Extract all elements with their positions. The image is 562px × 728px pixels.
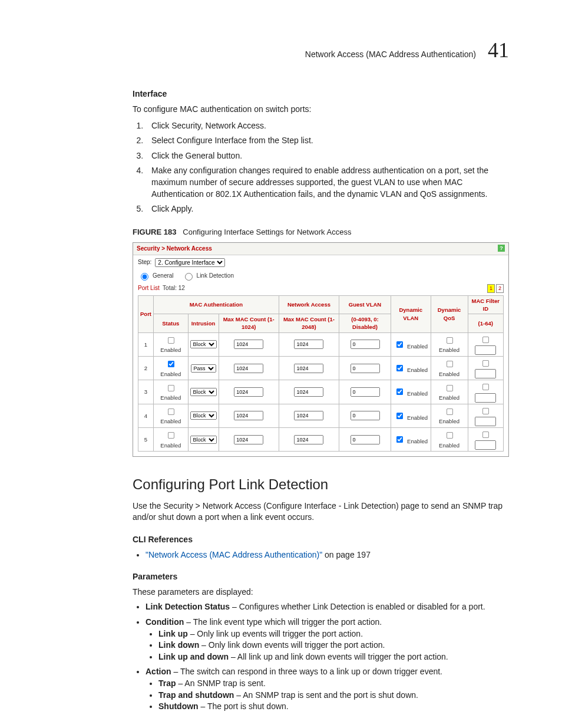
intrusion-select[interactable]: Block	[190, 388, 217, 396]
cell-dynvlan: Enabled	[391, 357, 431, 380]
status-checkbox[interactable]	[168, 409, 174, 415]
maxmac-input[interactable]	[234, 435, 263, 444]
params-list: Link Detection Status – Configures wheth…	[133, 601, 509, 712]
port-table-body: 1 EnabledBlock Enabled Enabled 2 Enabled…	[138, 332, 504, 451]
pager-1[interactable]: 1	[487, 284, 495, 293]
param-desc: – The switch can respond in three ways t…	[171, 667, 442, 676]
cell-guest	[339, 427, 391, 451]
dynqos-checkbox[interactable]	[447, 361, 453, 367]
guest-input[interactable]	[351, 435, 380, 444]
link-detection-intro: Use the Security > Network Access (Confi…	[133, 500, 509, 523]
intrusion-select[interactable]: Pass	[191, 364, 216, 373]
filter-input[interactable]	[475, 440, 496, 450]
help-icon[interactable]: ?	[498, 245, 505, 252]
portlist-header: Port List Total: 12 1 2	[133, 282, 508, 295]
dynvlan-checkbox[interactable]	[396, 413, 403, 419]
cli-item: "Network Access (MAC Address Authenticat…	[146, 549, 509, 561]
col-dynqos: Dynamic QoS	[431, 295, 468, 332]
filter-checkbox[interactable]	[482, 360, 489, 367]
intrusion-select[interactable]: Block	[190, 340, 217, 348]
filter-input[interactable]	[475, 417, 496, 426]
maxmac-input[interactable]	[234, 411, 263, 420]
param-link-detection-status: Link Detection Status – Configures wheth…	[146, 601, 509, 613]
guest-input[interactable]	[351, 364, 380, 373]
radio-linkdetect-input[interactable]	[185, 273, 193, 281]
intrusion-select[interactable]: Block	[190, 436, 217, 444]
filter-checkbox[interactable]	[482, 337, 489, 343]
filter-input[interactable]	[475, 393, 496, 403]
dynvlan-checkbox[interactable]	[396, 365, 403, 371]
sub-link-updown: Link up and down – All link up and link …	[158, 651, 509, 663]
guest-input[interactable]	[351, 387, 380, 397]
cli-link[interactable]: "Network Access (MAC Address Authenticat…	[146, 550, 322, 559]
radio-linkdetect[interactable]: Link Detection	[182, 271, 234, 281]
netmax-input[interactable]	[294, 340, 323, 349]
params-heading: Parameters	[133, 571, 509, 583]
gui-breadcrumb: Security > Network Access ?	[133, 243, 508, 255]
dynqos-checkbox[interactable]	[447, 385, 453, 391]
filter-input[interactable]	[475, 369, 496, 378]
netmax-input[interactable]	[294, 364, 323, 373]
cell-guest	[339, 404, 391, 427]
col-netaccess: Network Access	[279, 295, 339, 314]
col-guestvlan: Guest VLAN	[339, 295, 391, 314]
netmax-input[interactable]	[294, 435, 323, 444]
intrusion-select[interactable]: Block	[190, 411, 217, 420]
guest-input[interactable]	[351, 411, 380, 420]
dynvlan-checkbox[interactable]	[396, 388, 403, 395]
maxmac-input[interactable]	[234, 340, 263, 349]
netmax-input[interactable]	[294, 411, 323, 420]
col-macauth: MAC Authentication	[154, 295, 279, 314]
pager-2[interactable]: 2	[496, 284, 504, 293]
table-row: 3 EnabledBlock Enabled Enabled	[138, 380, 504, 404]
cli-link-suffix: on page 197	[322, 550, 371, 559]
maxmac-input[interactable]	[234, 387, 263, 397]
interface-heading: Interface	[133, 88, 509, 100]
dynqos-checkbox[interactable]	[447, 337, 453, 344]
radio-general-input[interactable]	[141, 273, 148, 281]
sub-trap-shutdown: Trap and shutdown – An SNMP trap is sent…	[158, 690, 509, 701]
dynvlan-checkbox[interactable]	[396, 436, 403, 443]
status-checkbox[interactable]	[168, 361, 174, 367]
cell-dynvlan: Enabled	[391, 332, 431, 356]
dynqos-checkbox[interactable]	[447, 432, 453, 439]
netmax-input[interactable]	[294, 387, 323, 397]
cell-guest	[339, 380, 391, 404]
figure-text: Configuring Interface Settings for Netwo…	[183, 228, 351, 236]
param-term: Condition	[146, 617, 184, 627]
step-select[interactable]: 2. Configure Interface	[155, 258, 225, 267]
filter-checkbox[interactable]	[482, 384, 489, 390]
status-checkbox[interactable]	[168, 385, 174, 391]
interface-steps: Click Security, Network Access. Select C…	[133, 120, 509, 215]
cell-maxmac	[219, 380, 279, 404]
filter-input[interactable]	[475, 345, 496, 355]
chapter-number: 41	[488, 35, 509, 65]
figure-caption: FIGURE 183 Configuring Interface Setting…	[133, 227, 509, 238]
total-label: Total:	[163, 285, 177, 291]
cell-guest	[339, 357, 391, 380]
status-checkbox[interactable]	[168, 432, 174, 439]
status-checkbox[interactable]	[168, 337, 174, 344]
link-detection-heading: Configuring Port Link Detection	[133, 475, 509, 495]
filter-checkbox[interactable]	[482, 408, 489, 414]
cell-port: 3	[138, 380, 154, 404]
cell-dynvlan: Enabled	[391, 380, 431, 404]
radio-general[interactable]: General	[138, 271, 174, 281]
cell-status: Enabled	[154, 427, 189, 451]
maxmac-input[interactable]	[234, 364, 263, 373]
param-action: Action – The switch can respond in three…	[146, 666, 509, 712]
cell-port: 1	[138, 332, 154, 356]
cell-dynqos: Enabled	[431, 380, 468, 404]
filter-checkbox[interactable]	[482, 431, 489, 438]
running-title: Network Access (MAC Address Authenticati…	[305, 49, 476, 61]
dynqos-checkbox[interactable]	[447, 409, 453, 415]
cell-maxmac	[219, 404, 279, 427]
cell-status: Enabled	[154, 380, 189, 404]
cell-dynvlan: Enabled	[391, 404, 431, 427]
guest-input[interactable]	[351, 340, 380, 349]
sub-link-up: Link up – Only link up events will trigg…	[158, 628, 509, 640]
step-item: Click Security, Network Access.	[146, 120, 509, 132]
cell-netmax	[279, 427, 339, 451]
dynvlan-checkbox[interactable]	[396, 341, 403, 348]
step-item: Make any configuration changes required …	[146, 165, 509, 200]
